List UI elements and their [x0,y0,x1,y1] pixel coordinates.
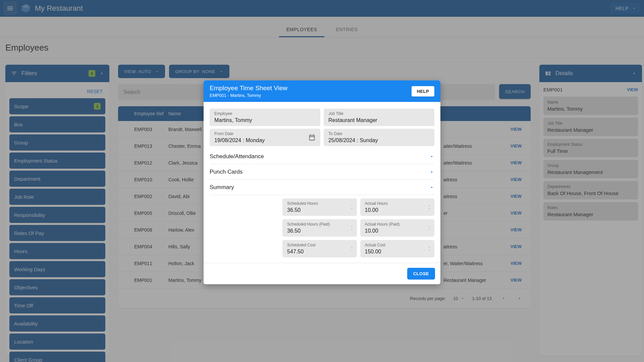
calendar-icon[interactable] [308,134,316,141]
summary-grid: Scheduled Hours 36.50 Actual Hours 10.00… [210,195,434,259]
accordion-punch[interactable]: Punch Cards [210,164,434,180]
actual-hours-paid-value: 10.00 [365,228,430,234]
modal-header: Employee Time Sheet View EMP001 - Martin… [204,80,440,102]
jobtitle-value: Restaurant Manager [328,117,430,123]
to-date-value: 25/08/2024 : Sunday [328,137,430,143]
scheduled-cost-field[interactable]: Scheduled Cost 547.50 [282,240,357,257]
modal-scrim[interactable]: Employee Time Sheet View EMP001 - Martin… [0,0,644,362]
modal-footer: CLOSE [204,263,440,284]
spinner-icon[interactable] [428,204,431,210]
scheduled-hours-value: 36.50 [287,207,352,213]
actual-hours-paid-label: Actual Hours (Paid) [365,222,430,227]
scheduled-cost-label: Scheduled Cost [287,243,352,247]
modal-subtitle: EMP001 - Martins, Tommy [210,93,412,98]
spinner-icon[interactable] [350,204,354,210]
employee-field: Employee Martins, Tommy [210,109,320,126]
jobtitle-field: Job Title Restaurant Manager [324,109,434,126]
to-date-field[interactable]: To Date 25/08/2024 : Sunday [324,129,434,146]
employee-label: Employee [214,111,316,116]
actual-cost-label: Actual Cost [365,243,430,247]
scheduled-hours-label: Scheduled Hours [287,201,352,206]
to-date-label: To Date [328,131,430,136]
modal-title: Employee Time Sheet View [210,84,412,92]
scheduled-hours-field[interactable]: Scheduled Hours 36.50 [282,198,357,216]
from-date-label: From Date [214,131,316,136]
actual-cost-field[interactable]: Actual Cost 150.00 [360,240,434,257]
accordion-schedule-label: Schedule/Attendance [210,153,264,160]
actual-hours-field[interactable]: Actual Hours 10.00 [360,198,434,216]
close-button[interactable]: CLOSE [407,268,435,280]
jobtitle-label: Job Title [328,111,430,116]
actual-hours-label: Actual Hours [365,201,430,206]
spinner-icon[interactable] [350,225,354,231]
chevron-up-icon [429,185,434,190]
actual-hours-paid-field[interactable]: Actual Hours (Paid) 10.00 [360,219,434,237]
scheduled-hours-paid-label: Scheduled Hours (Paid) [287,222,352,227]
chevron-down-icon [429,154,434,159]
chevron-down-icon [429,169,434,175]
accordion-summary[interactable]: Summary [210,180,434,195]
accordion-schedule[interactable]: Schedule/Attendance [210,149,434,164]
spinner-icon[interactable] [350,246,354,252]
modal-body: Employee Martins, Tommy Job Title Restau… [204,102,440,263]
scheduled-hours-paid-field[interactable]: Scheduled Hours (Paid) 36.50 [282,219,357,237]
scheduled-hours-paid-value: 36.50 [287,228,352,234]
from-date-field[interactable]: From Date 19/08/2024 : Monday [210,129,320,146]
accordion-punch-label: Punch Cards [210,169,243,175]
from-date-value: 19/08/2024 : Monday [214,137,316,143]
actual-hours-value: 10.00 [365,207,430,213]
accordion-summary-label: Summary [210,184,234,191]
employee-value: Martins, Tommy [214,117,316,123]
spinner-icon[interactable] [428,246,431,252]
scheduled-cost-value: 547.50 [287,249,352,255]
spinner-icon[interactable] [428,225,431,231]
timesheet-modal: Employee Time Sheet View EMP001 - Martin… [204,80,440,284]
actual-cost-value: 150.00 [365,249,430,255]
modal-help-button[interactable]: HELP [412,86,434,97]
